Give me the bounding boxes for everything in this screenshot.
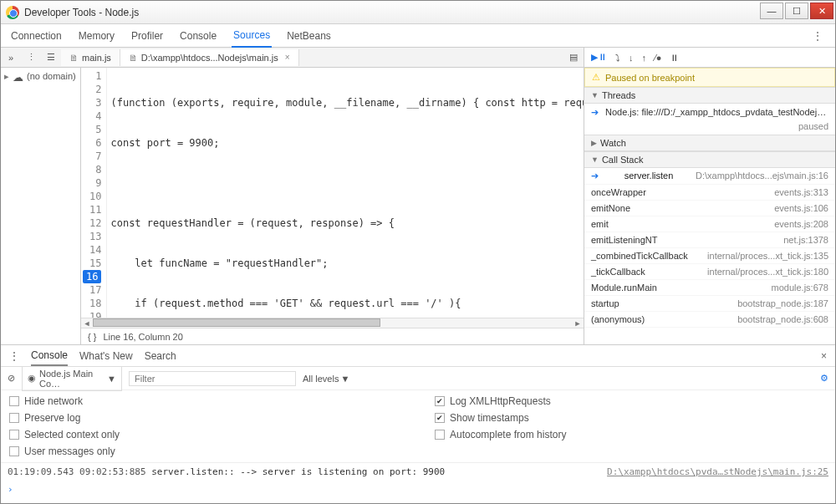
editor-tab-mainjs-path[interactable]: 🗎 D:\xampp\htdocs...Nodejs\main.js × [120, 49, 299, 66]
drawer-tab-whatsnew[interactable]: What's New [79, 347, 133, 365]
scroll-left-icon[interactable]: ◄ [81, 319, 93, 328]
editor-status: { } Line 16, Column 20 [81, 328, 584, 344]
tab-memory[interactable]: Memory [77, 25, 116, 47]
context-label: Node.js Main Co… [39, 369, 104, 389]
tab-sources[interactable]: Sources [232, 24, 272, 48]
log-location-link[interactable]: D:\xampp\htdocs\pvda…stNodejs\main.js:25 [607, 466, 828, 477]
console-drawer: ⋮ Console What's New Search × ⊘ ◉ Node.j… [1, 344, 835, 503]
drawer-close-icon[interactable]: × [821, 350, 827, 362]
step-over-icon[interactable]: ⤵ [615, 53, 620, 63]
callstack-list: server.listenD:\xampp\htdocs...ejs\main.… [584, 168, 835, 344]
callstack-frame[interactable]: emitNoneevents.js:106 [584, 201, 835, 216]
code-line: const requestHandler = (request, respons… [110, 216, 584, 230]
checkbox-log-xhr[interactable] [435, 396, 445, 406]
filter-input[interactable] [129, 371, 296, 386]
checkbox-selected-context[interactable] [9, 430, 19, 440]
thread-path: Node.js: file:///D:/_xampp_htdocs_pvdata… [605, 107, 828, 118]
nav-back-icon[interactable]: » [1, 53, 21, 63]
editor-tab-label: D:\xampp\htdocs...Nodejs\main.js [141, 53, 278, 63]
show-navigator-icon[interactable]: ☰ [41, 52, 61, 63]
code-line: const port = 9900; [110, 136, 584, 150]
file-icon: 🗎 [69, 53, 79, 63]
collapse-icon: ▼ [591, 91, 599, 99]
tab-connection[interactable]: Connection [9, 25, 64, 47]
editor-tab-label: main.js [82, 53, 111, 63]
callstack-frame[interactable]: _combinedTickCallbackinternal/proces...x… [584, 248, 835, 264]
drawer-tab-search[interactable]: Search [145, 347, 176, 365]
close-button[interactable]: ✕ [810, 3, 833, 19]
editor-tab-strip: » ⋮ ☰ 🗎 main.js 🗎 D:\xampp\htdocs...Node… [1, 48, 584, 68]
checkbox-preserve-log[interactable] [9, 413, 19, 423]
devtools-tabbar: Connection Memory Profiler Console Sourc… [1, 24, 835, 48]
pause-on-exceptions-icon[interactable]: ⏸ [670, 53, 679, 63]
step-into-icon[interactable]: ↓ [629, 53, 634, 63]
chevron-down-icon: ▼ [107, 374, 116, 384]
checkbox-user-messages[interactable] [9, 446, 19, 456]
code-line: (function (exports, require, module, __f… [110, 96, 584, 109]
code-editor[interactable]: 1234567891011121314151617181920212223 (f… [81, 68, 584, 318]
callstack-frame[interactable]: _tickCallbackinternal/proces...xt_tick.j… [584, 264, 835, 280]
tab-profiler[interactable]: Profiler [130, 25, 165, 47]
callstack-header[interactable]: ▼Call Stack [584, 151, 835, 168]
code-line: if (request.method === 'GET' && request.… [110, 297, 584, 310]
titlebar: Developer Tools - Node.js — ☐ ✕ [1, 1, 835, 24]
collapse-icon: ▼ [591, 155, 599, 164]
resume-icon[interactable]: ▶⏸ [591, 52, 607, 63]
thread-state: paused [798, 121, 828, 131]
paused-banner: ⚠ Paused on breakpoint [584, 68, 835, 87]
navigator-no-domain: (no domain) [27, 71, 76, 81]
more-tabs-icon[interactable]: ▤ [563, 52, 584, 63]
tab-netbeans[interactable]: NetBeans [285, 25, 333, 47]
threads-header[interactable]: ▼Threads [584, 87, 835, 104]
drawer-kebab-icon[interactable]: ⋮ [9, 350, 19, 362]
chrome-icon [6, 6, 19, 19]
callstack-frame[interactable]: startupbootstrap_node.js:187 [584, 296, 835, 312]
drawer-tab-console[interactable]: Console [31, 346, 68, 366]
code-line [110, 176, 584, 190]
console-settings-icon[interactable]: ⚙ [820, 373, 828, 384]
checkbox-show-timestamps[interactable] [435, 413, 445, 423]
callstack-frame[interactable]: emitListeningNTnet.js:1378 [584, 232, 835, 248]
log-timestamp: 01:19:09.543 09:02:53:885 [8, 466, 146, 477]
console-message[interactable]: 01:19:09.543 09:02:53:885 server.listen:… [1, 462, 835, 481]
callstack-frame[interactable]: server.listenD:\xampp\htdocs...ejs\main.… [584, 168, 835, 185]
expand-icon: ▶ [591, 139, 597, 147]
deactivate-breakpoints-icon[interactable]: ⁄● [655, 53, 661, 63]
paused-message: Paused on breakpoint [605, 73, 695, 83]
checkbox-hide-network[interactable] [9, 396, 19, 406]
maximize-button[interactable]: ☐ [785, 3, 808, 19]
expand-icon[interactable]: ▸ [4, 71, 9, 82]
braces-icon[interactable]: { } [88, 332, 96, 342]
console-prompt[interactable]: › [1, 481, 835, 498]
scroll-right-icon[interactable]: ► [572, 319, 584, 328]
target-icon: ◉ [28, 373, 36, 384]
callstack-frame[interactable]: Module.runMainmodule.js:678 [584, 280, 835, 296]
gutter[interactable]: 1234567891011121314151617181920212223 [81, 68, 107, 318]
cursor-position: Line 16, Column 20 [103, 332, 182, 342]
close-tab-icon[interactable]: × [285, 53, 290, 62]
nav-kebab-icon[interactable]: ⋮ [21, 52, 41, 63]
horizontal-scrollbar[interactable]: ◄ ► [81, 318, 584, 328]
scroll-thumb[interactable] [93, 318, 380, 327]
callstack-frame[interactable]: (anonymous)bootstrap_node.js:608 [584, 312, 835, 328]
log-levels-selector[interactable]: All levels ▼ [303, 374, 349, 384]
step-out-icon[interactable]: ↑ [642, 53, 647, 63]
clear-console-icon[interactable]: ⊘ [8, 373, 15, 384]
code-line: let funcName = "requestHandler"; [110, 257, 584, 270]
warning-icon: ⚠ [592, 72, 600, 83]
page-navigator[interactable]: ▸ ☁ (no domain) [1, 68, 81, 344]
editor-tab-mainjs[interactable]: 🗎 main.js [61, 49, 120, 66]
file-icon: 🗎 [129, 53, 138, 63]
cloud-icon: ☁ [13, 71, 23, 84]
checkbox-autocomplete[interactable] [435, 430, 445, 440]
context-selector[interactable]: ◉ Node.js Main Co… ▼ [22, 366, 122, 391]
minimize-button[interactable]: — [760, 3, 783, 19]
thread-row[interactable]: ➔ Node.js: file:///D:/_xampp_htdocs_pvda… [584, 104, 835, 121]
window-title: Developer Tools - Node.js [24, 7, 139, 18]
callstack-frame[interactable]: onceWrapperevents.js:313 [584, 185, 835, 201]
callstack-frame[interactable]: emitevents.js:208 [584, 216, 835, 232]
current-thread-icon: ➔ [591, 107, 599, 118]
devtools-menu-icon[interactable]: ⋮ [808, 29, 827, 43]
tab-console[interactable]: Console [178, 25, 218, 47]
watch-header[interactable]: ▶Watch [584, 135, 835, 151]
